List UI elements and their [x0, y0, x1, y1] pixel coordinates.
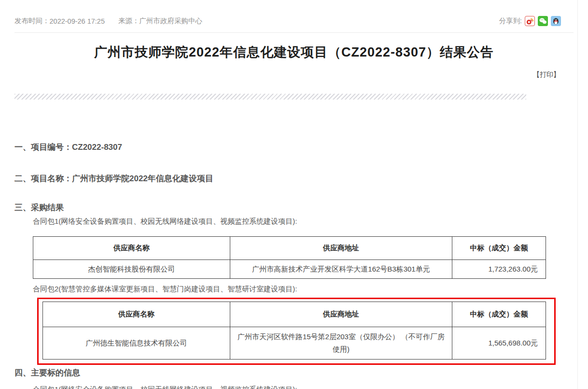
table-row: 广州德生智能信息技术有限公司 广州市天河区软件路15号第2层203室（仅限办公）…: [43, 327, 546, 360]
package2-result-table: 供应商名称 供应商地址 中标（成交）金额 广州德生智能信息技术有限公司 广州市天…: [42, 302, 546, 360]
table-header-row: 供应商名称 供应商地址 中标（成交）金额: [43, 302, 546, 327]
header-divider: [14, 32, 574, 33]
publish-info: 发布时间： 2022-09-26 17:25 来源： 广州市政府采购中心: [14, 16, 202, 26]
package2-intro: 合同包2(智慧管控多媒体课室更新项目、智慧门岗建设项目、智慧研讨室建设项目):: [33, 285, 297, 294]
print-button[interactable]: 【打印】: [533, 71, 560, 79]
award-amount-header: 中标（成交）金额: [452, 237, 546, 260]
publish-time-value: 2022-09-26 17:25: [50, 17, 105, 25]
supplier-address-header: 供应商地址: [230, 237, 452, 260]
award-amount-cell: 1,565,698.00元: [452, 327, 546, 360]
supplier-name-header: 供应商名称: [33, 237, 230, 260]
table-row: 杰创智能科技股份有限公司 广州市高新技术产业开发区科学大道162号B3栋301单…: [33, 260, 546, 279]
page-title: 广州市技师学院2022年信息化建设项目（CZ2022-8307）结果公告: [0, 43, 588, 61]
hatched-divider: [14, 94, 526, 100]
source-value: 广州市政府采购中心: [140, 16, 203, 26]
section-procurement-result: 三、采购结果: [14, 202, 64, 213]
qq-share-icon[interactable]: [551, 16, 561, 26]
weibo-share-icon[interactable]: [525, 16, 535, 26]
award-amount-header: 中标（成交）金额: [452, 302, 546, 327]
supplier-address-cell: 广州市高新技术产业开发区科学大道162号B3栋301单元: [230, 260, 452, 279]
section-project-name: 二、项目名称：广州市技师学院2022年信息化建设项目: [14, 173, 213, 184]
share-label: 分享到:: [499, 16, 522, 26]
announcement-page: 发布时间： 2022-09-26 17:25 来源： 广州市政府采购中心 分享到…: [0, 0, 588, 389]
section-main-subject-info: 四、主要标的信息: [14, 367, 80, 378]
section-project-number: 一、项目编号：CZ2022-8307: [14, 142, 122, 153]
source-label: 来源：: [118, 16, 140, 26]
supplier-name-cell: 杰创智能科技股份有限公司: [33, 260, 230, 279]
supplier-address-header: 供应商地址: [230, 302, 452, 327]
clipped-bottom-line: 合同包1(网络安全设备购置项目、校园无线网络建设项目、视频监控系统建设项目):: [33, 385, 297, 389]
package1-intro: 合同包1(网络安全设备购置项目、校园无线网络建设项目、视频监控系统建设项目):: [33, 217, 297, 226]
award-amount-cell: 1,723,263.00元: [452, 260, 546, 279]
share-bar: 分享到:: [499, 16, 561, 26]
package1-result-table: 供应商名称 供应商地址 中标（成交）金额 杰创智能科技股份有限公司 广州市高新技…: [33, 236, 546, 279]
meta-bar: 发布时间： 2022-09-26 17:25 来源： 广州市政府采购中心 分享到…: [14, 16, 561, 26]
supplier-address-cell: 广州市天河区软件路15号第2层203室（仅限办公） （不可作厂房使用): [230, 327, 452, 360]
supplier-name-cell: 广州德生智能信息技术有限公司: [43, 327, 230, 360]
supplier-name-header: 供应商名称: [43, 302, 230, 327]
wechat-share-icon[interactable]: [538, 16, 548, 26]
table-header-row: 供应商名称 供应商地址 中标（成交）金额: [33, 237, 546, 260]
publish-time-label: 发布时间：: [14, 16, 50, 26]
